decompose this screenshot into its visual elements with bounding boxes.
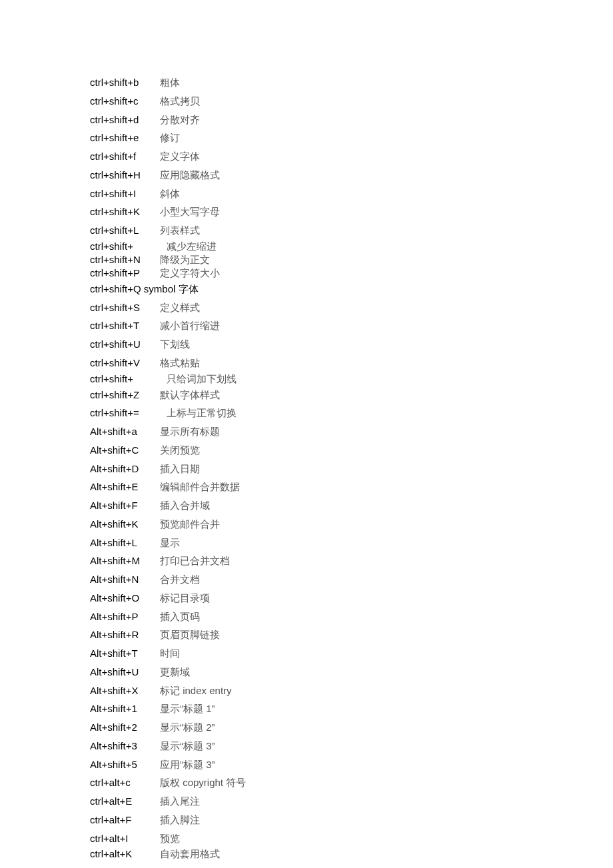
shortcut-row: ctrl+shift+=上标与正常切换 — [90, 404, 613, 422]
shortcut-row: ctrl+shift+H应用隐藏格式 — [90, 166, 613, 185]
shortcut-row: Alt+shift+T时间 — [90, 644, 613, 663]
shortcut-description: 页眉页脚链接 — [160, 626, 220, 644]
shortcut-key: ctrl+shift+H — [90, 166, 160, 185]
shortcut-key: ctrl+alt+E — [90, 792, 160, 811]
shortcut-description: 显示 — [160, 534, 180, 552]
shortcut-key: ctrl+shift+d — [90, 111, 160, 129]
shortcut-description: 插入尾注 — [160, 792, 200, 811]
shortcut-row: Alt+shift+N合并文档 — [90, 570, 613, 589]
shortcut-key: Alt+shift+R — [90, 626, 160, 644]
shortcut-key: ctrl+shift+L — [90, 221, 160, 240]
shortcut-row: ctrl+shift+f定义字体 — [90, 147, 613, 166]
shortcut-key: ctrl+shift+ — [90, 240, 160, 253]
shortcut-description: 分散对齐 — [160, 111, 200, 129]
shortcut-row: Alt+shift+F插入合并域 — [90, 496, 613, 515]
shortcut-key: Alt+shift+a — [90, 422, 160, 441]
shortcut-description: 定义字体 — [160, 147, 200, 166]
shortcut-key: ctrl+shift+Q symbol 字体 — [90, 280, 199, 298]
shortcut-description: 显示所有标题 — [160, 422, 220, 441]
shortcut-row: ctrl+shift+I斜体 — [90, 185, 613, 203]
shortcut-key: Alt+shift+X — [90, 681, 160, 700]
shortcut-row: ctrl+alt+I预览 — [90, 829, 613, 848]
shortcut-row: ctrl+shift+K小型大写字母 — [90, 203, 613, 221]
shortcut-row: ctrl+shift+L列表样式 — [90, 221, 613, 240]
shortcut-description: 关闭预览 — [160, 441, 200, 460]
shortcut-description: 降级为正文 — [160, 253, 210, 266]
shortcut-row: Alt+shift+5应用“标题 3” — [90, 755, 613, 774]
shortcut-key: Alt+shift+E — [90, 478, 160, 496]
shortcut-row: Alt+shift+L显示 — [90, 534, 613, 552]
shortcut-row: ctrl+alt+c版权 copyright 符号 — [90, 773, 613, 792]
shortcut-key: ctrl+shift+ — [90, 372, 160, 386]
shortcut-key: Alt+shift+L — [90, 534, 160, 552]
shortcut-description: 打印已合并文档 — [160, 552, 230, 570]
shortcut-description: 显示“标题 2” — [160, 718, 215, 737]
shortcut-row: Alt+shift+O标记目录项 — [90, 589, 613, 608]
shortcut-description: 预览邮件合并 — [160, 515, 220, 534]
shortcut-row: Alt+shift+X标记 index entry — [90, 681, 613, 700]
shortcut-row: ctrl+alt+K自动套用格式 — [90, 847, 613, 861]
shortcut-key: ctrl+alt+F — [90, 811, 160, 829]
shortcut-description: 修订 — [160, 129, 180, 147]
shortcut-key: Alt+shift+D — [90, 460, 160, 478]
shortcut-key: ctrl+shift+T — [90, 316, 160, 335]
shortcut-key: Alt+shift+F — [90, 496, 160, 515]
shortcut-key: Alt+shift+M — [90, 552, 160, 570]
shortcut-key: ctrl+shift+P — [90, 266, 160, 280]
shortcut-description: 显示“标题 1” — [160, 699, 215, 718]
shortcut-row: ctrl+shift+c格式拷贝 — [90, 92, 613, 111]
shortcut-key: Alt+shift+3 — [90, 737, 160, 755]
shortcut-row: Alt+shift+R页眉页脚链接 — [90, 626, 613, 644]
shortcut-description: 应用隐藏格式 — [160, 166, 220, 185]
shortcut-row: ctrl+shift+d分散对齐 — [90, 111, 613, 129]
shortcut-row: ctrl+shift+P定义字符大小 — [90, 266, 613, 280]
shortcut-key: ctrl+alt+I — [90, 829, 160, 848]
shortcut-description: 定义字符大小 — [160, 266, 220, 280]
shortcut-description: 减小首行缩进 — [160, 316, 220, 335]
shortcut-key: ctrl+alt+K — [90, 847, 160, 861]
shortcut-description: 下划线 — [160, 335, 190, 354]
shortcut-description: 显示“标题 3” — [160, 737, 215, 755]
shortcut-description: 标记 index entry — [160, 681, 232, 700]
shortcut-description: 插入合并域 — [160, 496, 210, 515]
shortcut-description: 粗体 — [160, 73, 180, 92]
shortcut-description: 减少左缩进 — [160, 240, 217, 253]
shortcut-row: ctrl+shift+U下划线 — [90, 335, 613, 354]
shortcut-key: ctrl+shift+Z — [90, 386, 160, 404]
shortcut-row: Alt+shift+M打印已合并文档 — [90, 552, 613, 570]
shortcut-key: ctrl+shift+b — [90, 73, 160, 92]
shortcut-key: Alt+shift+2 — [90, 718, 160, 737]
shortcut-row: ctrl+shift+只给词加下划线 — [90, 372, 613, 386]
shortcut-row: ctrl+shift+N降级为正文 — [90, 253, 613, 266]
shortcut-description: 自动套用格式 — [160, 847, 220, 861]
shortcut-description: 版权 copyright 符号 — [160, 773, 246, 792]
shortcut-row: Alt+shift+2显示“标题 2” — [90, 718, 613, 737]
shortcut-row: ctrl+alt+E插入尾注 — [90, 792, 613, 811]
shortcut-description: 时间 — [160, 644, 180, 663]
shortcut-key: Alt+shift+T — [90, 644, 160, 663]
shortcut-key: Alt+shift+U — [90, 663, 160, 681]
shortcut-description: 默认字体样式 — [160, 386, 220, 404]
shortcut-row: Alt+shift+a显示所有标题 — [90, 422, 613, 441]
shortcut-row: Alt+shift+C关闭预览 — [90, 441, 613, 460]
shortcut-row: Alt+shift+E编辑邮件合并数据 — [90, 478, 613, 496]
shortcut-row: ctrl+alt+F插入脚注 — [90, 811, 613, 829]
shortcut-description: 预览 — [160, 829, 180, 848]
shortcut-key: Alt+shift+N — [90, 570, 160, 589]
shortcut-key: Alt+shift+O — [90, 589, 160, 608]
shortcut-key: Alt+shift+5 — [90, 755, 160, 774]
shortcut-row: Alt+shift+D插入日期 — [90, 460, 613, 478]
shortcut-description: 应用“标题 3” — [160, 755, 215, 774]
shortcut-list: ctrl+shift+b粗体ctrl+shift+c格式拷贝ctrl+shift… — [90, 73, 613, 861]
shortcut-row: ctrl+shift+Z默认字体样式 — [90, 386, 613, 404]
shortcut-description: 合并文档 — [160, 570, 200, 589]
shortcut-row: Alt+shift+3显示“标题 3” — [90, 737, 613, 755]
shortcut-row: Alt+shift+K预览邮件合并 — [90, 515, 613, 534]
shortcut-key: Alt+shift+P — [90, 608, 160, 626]
shortcut-description: 列表样式 — [160, 221, 200, 240]
shortcut-description: 定义样式 — [160, 298, 200, 317]
shortcut-description: 插入脚注 — [160, 811, 200, 829]
shortcut-description: 插入页码 — [160, 608, 200, 626]
shortcut-key: Alt+shift+K — [90, 515, 160, 534]
shortcut-description: 斜体 — [160, 185, 180, 203]
